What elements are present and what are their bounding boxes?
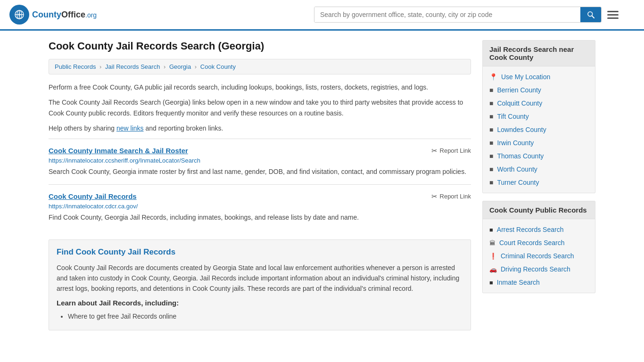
county-bullet-4: ■	[489, 126, 493, 133]
sidebar-item-use-my-location[interactable]: 📍 Use My Location	[483, 70, 595, 83]
court-icon: 🏛	[489, 239, 495, 247]
scissors-icon-1: ✂	[431, 147, 438, 155]
search-button[interactable]	[580, 7, 601, 22]
new-links-link[interactable]: new links	[116, 124, 144, 132]
breadcrumb-cook-county[interactable]: Cook County	[200, 63, 236, 70]
county-bullet-2: ■	[489, 99, 493, 107]
sidebar-nearby-section: Jail Records Search near Cook County 📍 U…	[482, 40, 595, 193]
county-bullet-6: ■	[489, 152, 493, 160]
svg-point-5	[18, 13, 21, 16]
page-title: Cook County Jail Records Search (Georgia…	[49, 40, 471, 52]
sidebar: Jail Records Search near Cook County 📍 U…	[482, 40, 595, 330]
search-icon	[587, 11, 594, 18]
arrest-icon: ■	[489, 226, 493, 233]
logo-text: CountyOffice.org	[32, 10, 97, 20]
sidebar-item-irwin-county[interactable]: ■ Irwin County	[483, 136, 595, 149]
record-url-2[interactable]: https://inmatelocator.cdcr.ca.gov/	[49, 203, 471, 210]
content-wrapper: Cook County Jail Records Search (Georgia…	[39, 31, 605, 340]
record-desc-2: Find Cook County, Georgia Jail Records, …	[49, 213, 471, 222]
logo-icon	[9, 5, 29, 25]
find-section: Find Cook County Jail Records Cook Count…	[49, 239, 471, 330]
sidebar-item-inmate-search[interactable]: ■ Inmate Search	[483, 276, 595, 289]
search-box	[314, 7, 602, 23]
report-link-button-2[interactable]: ✂ Report Link	[431, 192, 471, 201]
county-bullet-8: ■	[489, 179, 493, 186]
description-3: Help others by sharing new links and rep…	[49, 123, 471, 133]
sidebar-item-lowndes-county[interactable]: ■ Lowndes County	[483, 123, 595, 136]
county-bullet-3: ■	[489, 113, 493, 120]
menu-button[interactable]	[605, 9, 620, 21]
county-bullet-7: ■	[489, 165, 493, 173]
breadcrumb-georgia[interactable]: Georgia	[169, 63, 191, 70]
search-area	[314, 7, 620, 23]
record-card-1: Cook County Inmate Search & Jail Roster …	[49, 139, 471, 184]
header: CountyOffice.org	[0, 0, 644, 31]
sidebar-public-records-section: Cook County Public Records ■ Arrest Reco…	[482, 201, 595, 293]
sidebar-nearby-list: 📍 Use My Location ■ Berrien County ■ Col…	[483, 66, 595, 193]
sidebar-item-driving-records[interactable]: 🚗 Driving Records Search	[483, 263, 595, 276]
record-card-2: Cook County Jail Records ✂ Report Link h…	[49, 184, 471, 230]
location-icon: 📍	[489, 73, 497, 81]
breadcrumb-public-records[interactable]: Public Records	[55, 63, 96, 70]
description-2: The Cook County Jail Records Search (Geo…	[49, 97, 471, 118]
inmate-icon: ■	[489, 279, 493, 286]
sidebar-item-thomas-county[interactable]: ■ Thomas County	[483, 149, 595, 163]
find-subheading: Learn about Jail Records, including:	[57, 299, 463, 307]
svg-line-7	[592, 16, 594, 18]
report-link-button-1[interactable]: ✂ Report Link	[431, 147, 471, 155]
sidebar-item-turner-county[interactable]: ■ Turner County	[483, 176, 595, 189]
breadcrumb: Public Records › Jail Records Search › G…	[49, 59, 471, 74]
driving-icon: 🚗	[489, 266, 497, 273]
find-paragraph: Cook County Jail Records are documents c…	[57, 263, 463, 294]
main-content: Cook County Jail Records Search (Georgia…	[49, 40, 471, 330]
sidebar-nearby-title: Jail Records Search near Cook County	[483, 41, 595, 66]
record-desc-1: Search Cook County, Georgia inmate roste…	[49, 167, 471, 177]
breadcrumb-jail-records-search[interactable]: Jail Records Search	[105, 63, 160, 70]
record-title-2[interactable]: Cook County Jail Records	[49, 192, 137, 200]
sidebar-item-tift-county[interactable]: ■ Tift County	[483, 110, 595, 123]
search-input[interactable]	[314, 7, 580, 22]
sidebar-public-records-title: Cook County Public Records	[483, 201, 595, 219]
description-1: Perform a free Cook County, GA public ja…	[49, 82, 471, 92]
sidebar-item-court-records[interactable]: 🏛 Court Records Search	[483, 236, 595, 249]
find-list: Where to get free Jail Records online	[57, 311, 463, 322]
sidebar-item-berrien-county[interactable]: ■ Berrien County	[483, 83, 595, 97]
criminal-icon: ❗	[489, 253, 497, 260]
record-title-1[interactable]: Cook County Inmate Search & Jail Roster	[49, 147, 188, 155]
list-item: Where to get free Jail Records online	[68, 311, 463, 322]
scissors-icon-2: ✂	[431, 192, 438, 201]
county-bullet-1: ■	[489, 86, 493, 94]
record-url-1[interactable]: https://inmatelocator.ccsheriff.org/Inma…	[49, 157, 471, 164]
record-card-2-header: Cook County Jail Records ✂ Report Link	[49, 192, 471, 201]
record-card-1-header: Cook County Inmate Search & Jail Roster …	[49, 147, 471, 155]
sidebar-item-criminal-records[interactable]: ❗ Criminal Records Search	[483, 249, 595, 263]
sidebar-item-colquitt-county[interactable]: ■ Colquitt County	[483, 97, 595, 110]
sidebar-item-worth-county[interactable]: ■ Worth County	[483, 163, 595, 176]
logo-area: CountyOffice.org	[9, 5, 97, 25]
sidebar-public-records-list: ■ Arrest Records Search 🏛 Court Records …	[483, 219, 595, 293]
county-bullet-5: ■	[489, 139, 493, 147]
sidebar-item-arrest-records[interactable]: ■ Arrest Records Search	[483, 223, 595, 236]
find-heading: Find Cook County Jail Records	[57, 247, 463, 257]
